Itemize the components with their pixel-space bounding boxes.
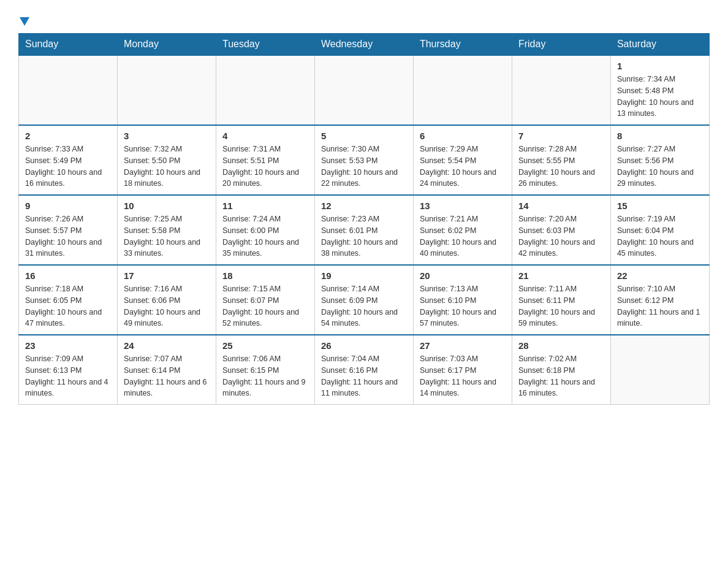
- calendar-cell: [117, 55, 216, 125]
- calendar-cell: [216, 55, 314, 125]
- calendar-cell: 27Sunrise: 7:03 AM Sunset: 6:17 PM Dayli…: [413, 335, 512, 405]
- calendar-cell: 11Sunrise: 7:24 AM Sunset: 6:00 PM Dayli…: [216, 195, 314, 265]
- day-info: Sunrise: 7:06 AM Sunset: 6:15 PM Dayligh…: [222, 353, 308, 399]
- calendar-cell: 26Sunrise: 7:04 AM Sunset: 6:16 PM Dayli…: [314, 335, 413, 405]
- day-number: 17: [124, 270, 210, 281]
- calendar-cell: 7Sunrise: 7:28 AM Sunset: 5:55 PM Daylig…: [512, 125, 610, 195]
- day-number: 5: [321, 131, 407, 141]
- logo: [18, 12, 29, 27]
- calendar-day-header: Wednesday: [314, 34, 413, 56]
- day-number: 12: [321, 201, 407, 211]
- day-number: 9: [25, 201, 111, 211]
- day-info: Sunrise: 7:13 AM Sunset: 6:10 PM Dayligh…: [420, 283, 506, 329]
- day-number: 11: [222, 201, 308, 211]
- calendar-table: SundayMondayTuesdayWednesdayThursdayFrid…: [18, 33, 710, 405]
- day-info: Sunrise: 7:11 AM Sunset: 6:11 PM Dayligh…: [518, 283, 604, 329]
- calendar-cell: 12Sunrise: 7:23 AM Sunset: 6:01 PM Dayli…: [314, 195, 413, 265]
- calendar-cell: 19Sunrise: 7:14 AM Sunset: 6:09 PM Dayli…: [314, 265, 413, 335]
- calendar-cell: 17Sunrise: 7:16 AM Sunset: 6:06 PM Dayli…: [117, 265, 216, 335]
- calendar-cell: 9Sunrise: 7:26 AM Sunset: 5:57 PM Daylig…: [19, 195, 118, 265]
- day-info: Sunrise: 7:32 AM Sunset: 5:50 PM Dayligh…: [124, 144, 210, 190]
- calendar-day-header: Friday: [512, 34, 610, 56]
- day-info: Sunrise: 7:25 AM Sunset: 5:58 PM Dayligh…: [124, 213, 210, 259]
- day-number: 13: [420, 201, 506, 211]
- calendar-cell: 23Sunrise: 7:09 AM Sunset: 6:13 PM Dayli…: [19, 335, 118, 405]
- calendar-cell: 5Sunrise: 7:30 AM Sunset: 5:53 PM Daylig…: [314, 125, 413, 195]
- day-info: Sunrise: 7:26 AM Sunset: 5:57 PM Dayligh…: [25, 213, 111, 259]
- day-info: Sunrise: 7:15 AM Sunset: 6:07 PM Dayligh…: [222, 283, 308, 329]
- calendar-cell: 21Sunrise: 7:11 AM Sunset: 6:11 PM Dayli…: [512, 265, 610, 335]
- day-info: Sunrise: 7:02 AM Sunset: 6:18 PM Dayligh…: [518, 353, 604, 399]
- calendar-cell: 10Sunrise: 7:25 AM Sunset: 5:58 PM Dayli…: [117, 195, 216, 265]
- day-number: 23: [25, 340, 111, 351]
- calendar-cell: 4Sunrise: 7:31 AM Sunset: 5:51 PM Daylig…: [216, 125, 314, 195]
- day-number: 19: [321, 270, 407, 281]
- calendar-cell: 24Sunrise: 7:07 AM Sunset: 6:14 PM Dayli…: [117, 335, 216, 405]
- day-number: 26: [321, 340, 407, 351]
- day-number: 28: [518, 340, 604, 351]
- calendar-week-row: 16Sunrise: 7:18 AM Sunset: 6:05 PM Dayli…: [19, 265, 710, 335]
- day-info: Sunrise: 7:16 AM Sunset: 6:06 PM Dayligh…: [124, 283, 210, 329]
- calendar-week-row: 2Sunrise: 7:33 AM Sunset: 5:49 PM Daylig…: [19, 125, 710, 195]
- day-number: 22: [617, 270, 703, 281]
- day-number: 3: [124, 131, 210, 141]
- calendar-cell: 16Sunrise: 7:18 AM Sunset: 6:05 PM Dayli…: [19, 265, 118, 335]
- calendar-header-row: SundayMondayTuesdayWednesdayThursdayFrid…: [19, 34, 710, 56]
- calendar-day-header: Tuesday: [216, 34, 314, 56]
- calendar-cell: [19, 55, 118, 125]
- calendar-day-header: Sunday: [19, 34, 118, 56]
- calendar-cell: 2Sunrise: 7:33 AM Sunset: 5:49 PM Daylig…: [19, 125, 118, 195]
- day-info: Sunrise: 7:29 AM Sunset: 5:54 PM Dayligh…: [420, 144, 506, 190]
- calendar-day-header: Monday: [117, 34, 216, 56]
- day-info: Sunrise: 7:33 AM Sunset: 5:49 PM Dayligh…: [25, 144, 111, 190]
- day-number: 6: [420, 131, 506, 141]
- day-info: Sunrise: 7:03 AM Sunset: 6:17 PM Dayligh…: [420, 353, 506, 399]
- calendar-cell: 3Sunrise: 7:32 AM Sunset: 5:50 PM Daylig…: [117, 125, 216, 195]
- day-number: 15: [617, 201, 703, 211]
- calendar-cell: [413, 55, 512, 125]
- day-info: Sunrise: 7:21 AM Sunset: 6:02 PM Dayligh…: [420, 213, 506, 259]
- day-info: Sunrise: 7:23 AM Sunset: 6:01 PM Dayligh…: [321, 213, 407, 259]
- day-number: 18: [222, 270, 308, 281]
- day-number: 4: [222, 131, 308, 141]
- day-info: Sunrise: 7:24 AM Sunset: 6:00 PM Dayligh…: [222, 213, 308, 259]
- day-info: Sunrise: 7:28 AM Sunset: 5:55 PM Dayligh…: [518, 144, 604, 190]
- day-number: 21: [518, 270, 604, 281]
- day-info: Sunrise: 7:20 AM Sunset: 6:03 PM Dayligh…: [518, 213, 604, 259]
- day-number: 20: [420, 270, 506, 281]
- day-number: 27: [420, 340, 506, 351]
- calendar-cell: [512, 55, 610, 125]
- day-info: Sunrise: 7:09 AM Sunset: 6:13 PM Dayligh…: [25, 353, 111, 399]
- calendar-cell: 6Sunrise: 7:29 AM Sunset: 5:54 PM Daylig…: [413, 125, 512, 195]
- calendar-cell: 28Sunrise: 7:02 AM Sunset: 6:18 PM Dayli…: [512, 335, 610, 405]
- day-number: 14: [518, 201, 604, 211]
- day-info: Sunrise: 7:10 AM Sunset: 6:12 PM Dayligh…: [617, 283, 703, 329]
- day-info: Sunrise: 7:04 AM Sunset: 6:16 PM Dayligh…: [321, 353, 407, 399]
- day-info: Sunrise: 7:18 AM Sunset: 6:05 PM Dayligh…: [25, 283, 111, 329]
- day-number: 2: [25, 131, 111, 141]
- day-info: Sunrise: 7:27 AM Sunset: 5:56 PM Dayligh…: [617, 144, 703, 190]
- calendar-cell: 20Sunrise: 7:13 AM Sunset: 6:10 PM Dayli…: [413, 265, 512, 335]
- page-header: [18, 12, 710, 27]
- calendar-day-header: Thursday: [413, 34, 512, 56]
- day-number: 7: [518, 131, 604, 141]
- day-info: Sunrise: 7:19 AM Sunset: 6:04 PM Dayligh…: [617, 213, 703, 259]
- calendar-cell: 1Sunrise: 7:34 AM Sunset: 5:48 PM Daylig…: [610, 55, 709, 125]
- day-info: Sunrise: 7:31 AM Sunset: 5:51 PM Dayligh…: [222, 144, 308, 190]
- day-info: Sunrise: 7:34 AM Sunset: 5:48 PM Dayligh…: [617, 74, 703, 120]
- calendar-cell: 18Sunrise: 7:15 AM Sunset: 6:07 PM Dayli…: [216, 265, 314, 335]
- calendar-cell: 15Sunrise: 7:19 AM Sunset: 6:04 PM Dayli…: [610, 195, 709, 265]
- day-info: Sunrise: 7:30 AM Sunset: 5:53 PM Dayligh…: [321, 144, 407, 190]
- calendar-cell: 13Sunrise: 7:21 AM Sunset: 6:02 PM Dayli…: [413, 195, 512, 265]
- calendar-cell: [314, 55, 413, 125]
- calendar-week-row: 9Sunrise: 7:26 AM Sunset: 5:57 PM Daylig…: [19, 195, 710, 265]
- day-number: 10: [124, 201, 210, 211]
- calendar-week-row: 23Sunrise: 7:09 AM Sunset: 6:13 PM Dayli…: [19, 335, 710, 405]
- calendar-cell: 22Sunrise: 7:10 AM Sunset: 6:12 PM Dayli…: [610, 265, 709, 335]
- day-info: Sunrise: 7:07 AM Sunset: 6:14 PM Dayligh…: [124, 353, 210, 399]
- calendar-cell: 8Sunrise: 7:27 AM Sunset: 5:56 PM Daylig…: [610, 125, 709, 195]
- day-number: 25: [222, 340, 308, 351]
- day-number: 1: [617, 61, 703, 71]
- logo-triangle-icon: [20, 17, 29, 26]
- calendar-week-row: 1Sunrise: 7:34 AM Sunset: 5:48 PM Daylig…: [19, 55, 710, 125]
